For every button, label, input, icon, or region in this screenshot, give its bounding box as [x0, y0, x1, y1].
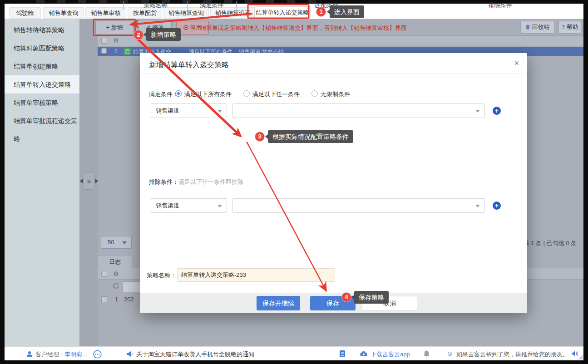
add-condition-icon[interactable]: + — [493, 107, 501, 115]
new-strategy-dialog: 新增结算单转入递交策略 × 满足条件： 满足以下所有条件 满足以下任一条件 无限… — [140, 53, 527, 313]
tab-sales-order-audit[interactable]: 销售单审核 — [85, 7, 126, 19]
tab-label: 结算单转入递交策略 — [256, 9, 309, 16]
add-button-label: 新增 — [111, 24, 123, 31]
smiley-icon: ☺ — [446, 349, 453, 357]
radio-none-label[interactable]: 无限制条件 — [321, 90, 350, 98]
caret-down-icon — [217, 205, 222, 207]
person-icon — [26, 351, 33, 357]
row-index: 1 — [114, 48, 118, 54]
log-row-timestamp: 202 — [124, 296, 134, 303]
speaker-icon[interactable] — [571, 350, 578, 357]
tooltip-notch — [351, 295, 354, 300]
step-tooltip-1: 进入界面 — [330, 5, 364, 18]
toolbar-note: *结算单满足策略则转入【销售结算递交】界面，否则转入【销售结算审核】界面 — [198, 24, 407, 32]
exclude-condition-label: 排除条件：满足以下任一条件即排除 — [149, 178, 243, 186]
download-app-link[interactable]: 下载吉客云app — [371, 350, 410, 359]
cloud-download-icon — [360, 351, 368, 357]
notice-link[interactable]: 关于淘宝天猫订单收货人手机号全脱敏的通知 — [136, 350, 254, 359]
referral-text: 如果吉客云帮到了您，请推荐给您的朋友。 — [456, 350, 568, 359]
chat-icon[interactable] — [93, 350, 102, 359]
step-badge-1: 1 — [316, 7, 326, 17]
caret-down-icon — [475, 205, 480, 207]
step-badge-3: 3 — [255, 132, 265, 142]
sidebar-item-sales-to-pending[interactable]: 销售转待结算策略 — [5, 21, 79, 39]
save-and-continue-button[interactable]: 保存并继续 — [257, 296, 300, 310]
question-icon: ? — [561, 24, 565, 30]
megaphone-icon — [126, 351, 133, 357]
condition-value-select[interactable] — [232, 103, 485, 118]
header-checkbox[interactable] — [101, 38, 107, 44]
step-tooltip-3: 根据实际情况配置策略条件 — [268, 130, 353, 143]
tab-log[interactable]: 日志 — [98, 255, 132, 268]
bell-icon[interactable] — [423, 350, 430, 358]
strategy-name-label: 策略名称： — [147, 271, 176, 280]
radio-any-condition[interactable] — [243, 90, 250, 97]
exclude-field-value: 销售渠道 — [156, 202, 179, 209]
condition-field-select[interactable]: 销售渠道 — [150, 103, 227, 118]
gear-icon[interactable]: ⚙ — [113, 37, 119, 44]
status-bar: 客户经理： 李明彩... 关于淘宝天猫订单收货人手机号全脱敏的通知 下载吉客云a… — [5, 346, 583, 360]
notes-icon[interactable] — [339, 350, 346, 358]
tooltip-notch — [327, 10, 330, 14]
log-row-index: 1 — [115, 296, 118, 303]
radio-all-conditions[interactable] — [175, 90, 182, 97]
sidebar-collapse-handle[interactable]: » — [84, 172, 94, 190]
sidebar-item-settle-approve-flow[interactable]: 结算单审批流程递交策略 — [5, 112, 79, 130]
radio-all-label[interactable]: 满足以下所有条件 — [184, 90, 232, 98]
dialog-title: 新增结算单转入递交策略 — [149, 60, 229, 70]
step-tooltip-2: 新增策略 — [146, 28, 181, 41]
tooltip-text: 保存策略 — [359, 294, 384, 301]
meet-condition-label: 满足条件： — [149, 90, 178, 98]
tooltip-notch — [265, 134, 268, 139]
column-match-condition: 匹配条件 — [236, 1, 417, 10]
dialog-divider — [140, 74, 527, 74]
log-gear-icon[interactable]: ⚙ — [113, 271, 119, 277]
step-tooltip-4: 保存策略 — [354, 291, 389, 304]
caret-down-icon — [475, 110, 480, 113]
row-checkbox[interactable] — [101, 48, 107, 54]
window-frame: 驾驶舱 销售单查询 销售单审核 按单配货 销售结算查询 销售结算设置 结算单转入… — [0, 0, 588, 364]
status-badge-enabled: 启 — [124, 48, 131, 55]
exclude-field-select[interactable]: 销售渠道 — [150, 198, 227, 213]
sidebar-item-settle-create[interactable]: 结算单创建策略 — [5, 57, 79, 75]
radio-any-label[interactable]: 满足以下任一条件 — [252, 90, 300, 98]
sidebar-item-settle-audit[interactable]: 结算单审核策略 — [5, 93, 79, 112]
step-badge-4: 4 — [341, 292, 351, 302]
disable-icon — [183, 25, 188, 30]
refresh-icon[interactable] — [112, 282, 119, 290]
help-button-label: 帮助 — [567, 24, 578, 30]
column-exclude-condition: 排除条件 — [417, 1, 583, 10]
sidebar-item-settle-object-match[interactable]: 结算对象匹配策略 — [5, 39, 79, 57]
sidebar-item-settle-submit-active[interactable]: 结算单转入递交策略 — [5, 75, 79, 93]
page-size-value: 50 — [108, 239, 114, 246]
tooltip-text: 进入界面 — [334, 8, 360, 15]
exclude-value-select[interactable] — [232, 198, 485, 213]
close-icon[interactable]: × — [514, 59, 519, 68]
column-meet-condition: 满足条件 — [187, 1, 236, 10]
collapse-left-arrow-icon[interactable] — [80, 179, 83, 183]
exclude-hint-text: 满足以下任一条件即排除 — [178, 178, 243, 185]
strategy-name-input[interactable] — [177, 268, 335, 282]
help-button[interactable]: ? 帮助 — [558, 21, 581, 34]
step-badge-2: 2 — [133, 30, 143, 40]
trash-icon — [525, 25, 530, 30]
log-row-checkbox[interactable] — [101, 296, 107, 302]
recycle-bin-button[interactable]: 回收站 — [520, 21, 555, 34]
add-button[interactable]: + 新增 — [95, 21, 133, 34]
tooltip-text: 新增策略 — [151, 31, 176, 38]
tooltip-notch — [143, 32, 146, 37]
manager-name-link[interactable]: 李明彩... — [64, 350, 87, 359]
caret-down-icon — [122, 241, 127, 244]
resize-grip — [578, 355, 583, 359]
tab-sales-order-query[interactable]: 销售单查询 — [43, 7, 84, 19]
exclude-label-text: 排除条件： — [149, 178, 178, 185]
log-header-checkbox[interactable] — [101, 271, 107, 277]
page-size-select[interactable]: 50 — [101, 236, 132, 249]
role-label: 客户经理： — [35, 350, 65, 359]
radio-no-limit[interactable] — [311, 90, 318, 97]
left-sidebar: 销售转待结算策略 结算对象匹配策略 结算单创建策略 结算单转入递交策略 结算单审… — [5, 19, 79, 346]
tab-dashboard[interactable]: 驾驶舱 — [9, 7, 41, 19]
add-exclude-icon[interactable]: + — [493, 202, 501, 210]
tooltip-text: 根据实际情况配置策略条件 — [272, 133, 349, 140]
column-strategy-name: 策略名称 — [124, 1, 187, 10]
